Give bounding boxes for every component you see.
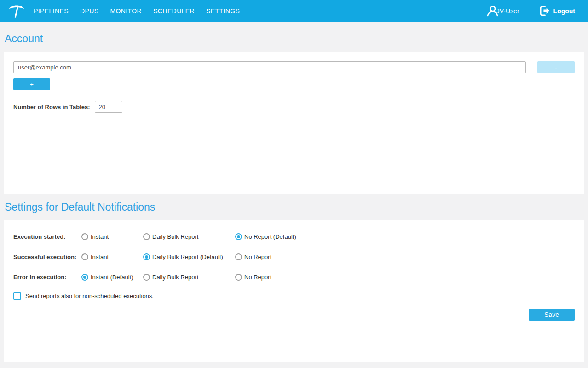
notifications-panel: Execution started: Instant Daily Bulk Re…	[4, 220, 584, 362]
nav-scheduler[interactable]: SCHEDULER	[153, 7, 195, 15]
notification-row-error-in-execution: Error in execution: Instant (Default) Da…	[13, 271, 575, 283]
row-label: Execution started:	[13, 233, 81, 240]
nav-right: JV-User Logout	[485, 4, 575, 18]
save-button[interactable]: Save	[529, 309, 575, 321]
radio-option[interactable]: Daily Bulk Report (Default)	[143, 253, 235, 260]
radio-label: Daily Bulk Report	[152, 274, 198, 281]
non-scheduled-reports-option[interactable]: Send reports also for non-scheduled exec…	[13, 291, 575, 300]
rows-input[interactable]	[95, 101, 122, 113]
row-label: Error in execution:	[13, 274, 81, 281]
notification-row-successful-execution: Successful execution: Instant Daily Bulk…	[13, 251, 575, 263]
radio-option[interactable]: No Report	[235, 253, 271, 260]
radio-label: Instant	[91, 233, 109, 240]
add-email-button[interactable]: +	[13, 78, 50, 90]
nav-dpus[interactable]: DPUS	[80, 7, 99, 15]
umbrella-logo-icon	[8, 2, 25, 20]
nav-pipelines[interactable]: PIPELINES	[34, 7, 69, 15]
radio-label: Daily Bulk Report (Default)	[152, 253, 223, 260]
radio-option[interactable]: Instant	[81, 233, 143, 240]
radio-label: No Report	[244, 274, 271, 281]
radio-label: Instant	[91, 253, 109, 260]
radio-label: Daily Bulk Report	[152, 233, 198, 240]
checkbox-icon[interactable]	[13, 292, 21, 300]
save-row: Save	[13, 309, 575, 321]
account-title: Account	[5, 33, 584, 45]
logout-button[interactable]: Logout	[539, 5, 575, 17]
nav-settings[interactable]: SETTINGS	[206, 7, 240, 15]
email-row: -	[13, 61, 575, 73]
user-menu[interactable]: JV-User	[485, 4, 519, 18]
radio-option[interactable]: No Report	[235, 274, 271, 281]
rows-label: Number of Rows in Tables:	[13, 104, 90, 110]
radio-icon[interactable]	[81, 274, 88, 281]
notifications-title: Settings for Default Notifications	[5, 201, 584, 213]
radio-label: No Report	[244, 253, 271, 260]
radio-option[interactable]: Daily Bulk Report	[143, 233, 235, 240]
radio-icon[interactable]	[81, 253, 88, 260]
radio-label: Instant (Default)	[91, 274, 133, 281]
radio-icon[interactable]	[235, 233, 242, 240]
radio-icon[interactable]	[235, 274, 242, 281]
email-input[interactable]	[13, 61, 526, 73]
rows-setting: Number of Rows in Tables:	[13, 101, 575, 113]
main-menu: PIPELINES DPUS MONITOR SCHEDULER SETTING…	[34, 7, 251, 15]
nav-monitor[interactable]: MONITOR	[110, 7, 142, 15]
notification-row-execution-started: Execution started: Instant Daily Bulk Re…	[13, 230, 575, 242]
radio-option[interactable]: Instant (Default)	[81, 274, 143, 281]
radio-option[interactable]: Instant	[81, 253, 143, 260]
checkbox-label: Send reports also for non-scheduled exec…	[25, 293, 154, 299]
radio-icon[interactable]	[143, 253, 150, 260]
remove-email-button[interactable]: -	[537, 61, 575, 73]
radio-icon[interactable]	[235, 253, 242, 260]
top-nav: PIPELINES DPUS MONITOR SCHEDULER SETTING…	[0, 0, 588, 22]
radio-icon[interactable]	[143, 274, 150, 281]
radio-icon[interactable]	[143, 233, 150, 240]
user-label: JV-User	[496, 7, 519, 15]
row-label: Successful execution:	[13, 253, 81, 260]
logout-label: Logout	[553, 7, 575, 15]
logout-icon	[539, 5, 550, 17]
radio-label: No Report (Default)	[244, 233, 296, 240]
radio-icon[interactable]	[81, 233, 88, 240]
account-panel: - + Number of Rows in Tables:	[4, 52, 584, 194]
app-logo[interactable]	[8, 2, 25, 20]
radio-option[interactable]: Daily Bulk Report	[143, 274, 235, 281]
page-content: Account - + Number of Rows in Tables: Se…	[0, 33, 588, 362]
radio-option[interactable]: No Report (Default)	[235, 233, 296, 240]
